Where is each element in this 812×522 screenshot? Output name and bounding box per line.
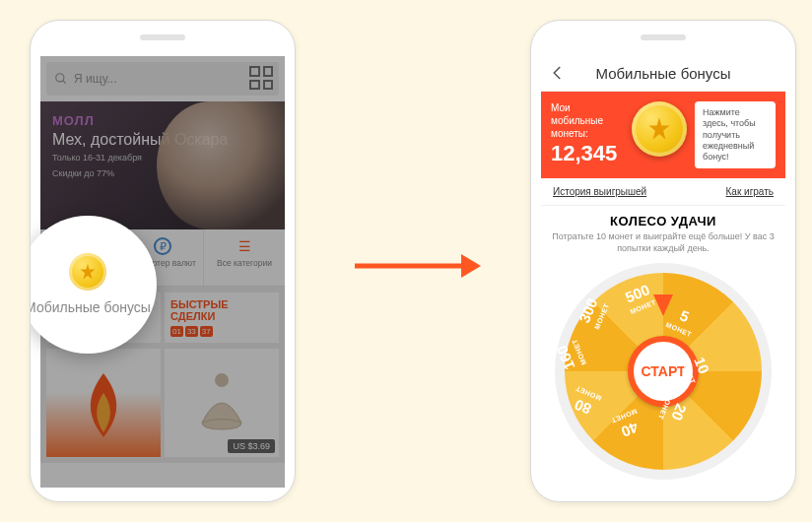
daily-bonus-tip[interactable]: Нажмите здесь, чтобы получить ежедневный… — [695, 101, 776, 168]
product-row: US $3.69 — [40, 349, 285, 463]
history-link[interactable]: История выигрышей — [553, 186, 646, 197]
search-bar[interactable]: Я ищу... — [46, 62, 279, 96]
arrow-icon — [355, 251, 483, 285]
phone-right-frame: Мобильные бонусы Мои мобильные монеты: 1… — [530, 20, 796, 502]
wheel-section: КОЛЕСО УДАЧИ Потратьте 10 монет и выигра… — [541, 206, 785, 479]
svg-point-2 — [215, 373, 229, 387]
coins-panel: Мои мобильные монеты: 12,345 Нажмите зде… — [541, 92, 785, 178]
fortune-wheel[interactable]: СТАРТ 5МОНЕТ10МОНЕТ20МОНЕТ40МОНЕТ80МОНЕТ… — [555, 263, 772, 480]
qr-icon[interactable] — [249, 66, 273, 90]
coin-big-icon[interactable] — [632, 101, 687, 157]
timer-hh: 01 — [170, 326, 183, 337]
page-title: Мобильные бонусы — [541, 65, 785, 82]
product-hat-price: US $3.69 — [228, 439, 275, 453]
product-hat[interactable]: US $3.69 — [165, 349, 279, 457]
wheel-subtitle: Потратьте 10 монет и выиграйте ещё больш… — [551, 231, 776, 254]
hero-banner[interactable]: МОЛЛ Мех, достойный Оскара Только 16-31 … — [40, 101, 285, 229]
deals-timer: 01 33 37 — [170, 326, 273, 337]
wheel-wrap: СТАРТ 5МОНЕТ10МОНЕТ20МОНЕТ40МОНЕТ80МОНЕТ… — [555, 263, 772, 480]
coins-block: Мои мобильные монеты: 12,345 — [551, 101, 624, 168]
flash-deals-card[interactable]: БЫСТРЫЕ СДЕЛКИ 01 33 37 — [165, 293, 279, 343]
howto-link[interactable]: Как играть — [726, 186, 774, 197]
flame-icon — [74, 363, 133, 442]
wedge-300: 300МОНЕТ — [570, 280, 617, 345]
phone-left-frame: Я ищу... МОЛЛ Мех, достойный Оскара Толь… — [30, 20, 296, 502]
timer-mm: 33 — [185, 326, 198, 337]
product-fire[interactable] — [46, 349, 161, 457]
wheel-start-label: СТАРТ — [641, 363, 685, 379]
coins-value: 12,345 — [551, 140, 624, 168]
phone-right-screen: Мобильные бонусы Мои мобильные монеты: 1… — [541, 56, 785, 488]
hat-icon — [187, 368, 256, 437]
nav-categories[interactable]: ☰ Все категории — [204, 229, 285, 286]
coins-label: Мои мобильные монеты: — [551, 101, 624, 140]
hero-image — [157, 101, 285, 229]
svg-point-0 — [56, 74, 64, 82]
list-icon: ☰ — [236, 237, 253, 255]
wheel-title: КОЛЕСО УДАЧИ — [551, 214, 776, 228]
svg-line-1 — [63, 81, 66, 84]
bonus-callout-label: Мобильные бонусы — [30, 298, 151, 316]
header-bar: Мобильные бонусы — [541, 56, 785, 92]
deals-title: БЫСТРЫЕ СДЕЛКИ — [170, 298, 273, 322]
links-row: История выигрышей Как играть — [541, 178, 785, 206]
back-icon[interactable] — [549, 64, 567, 82]
coin-icon — [69, 253, 106, 291]
timer-ss: 37 — [200, 326, 213, 337]
search-icon — [54, 72, 68, 86]
ruble-icon: ₽ — [154, 237, 171, 255]
wheel-pointer-icon — [653, 294, 673, 316]
search-placeholder: Я ищу... — [74, 72, 117, 86]
wedge-80: 80МОНЕТ — [553, 377, 618, 424]
phone-speaker — [140, 34, 185, 40]
phone-speaker — [641, 34, 686, 40]
nav-categories-label: Все категории — [217, 258, 272, 268]
